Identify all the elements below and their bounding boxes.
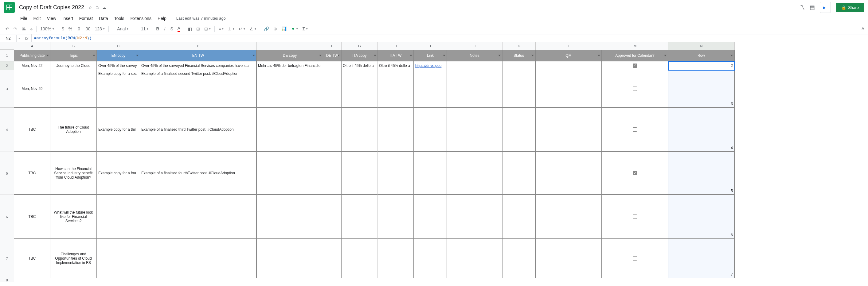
checkbox-icon[interactable] xyxy=(633,64,637,68)
filter-icon[interactable] xyxy=(252,55,255,56)
cell[interactable] xyxy=(342,239,378,278)
cell[interactable]: Mon, Nov 29 xyxy=(14,70,50,108)
cell[interactable]: Example copy for a fou xyxy=(97,152,140,195)
move-icon[interactable]: 🗀 xyxy=(95,5,99,10)
cell[interactable] xyxy=(342,70,378,108)
filter-icon[interactable] xyxy=(443,55,445,56)
header-de-tw[interactable]: DE TW xyxy=(323,50,342,61)
cell[interactable] xyxy=(257,195,323,239)
wrap-button[interactable]: ↵ xyxy=(237,25,247,33)
cell[interactable] xyxy=(257,108,323,152)
redo-button[interactable]: ↷ xyxy=(12,25,19,33)
cell[interactable] xyxy=(378,108,414,152)
rotate-button[interactable]: ∠ xyxy=(248,25,258,33)
print-button[interactable]: 🖶 xyxy=(20,25,28,33)
comment-history-icon[interactable]: ▤ xyxy=(810,4,815,11)
header-ita-tw[interactable]: ITA TW xyxy=(378,50,414,61)
header-publishing-date[interactable]: Publishing date xyxy=(14,50,50,61)
filter-icon[interactable] xyxy=(531,55,534,56)
cell[interactable]: Example of a finalised second Twitter po… xyxy=(140,70,257,108)
filter-icon[interactable] xyxy=(374,55,376,56)
dec-decrease-button[interactable]: .0 xyxy=(75,25,82,33)
currency-button[interactable]: $ xyxy=(60,25,66,33)
cell-checkbox[interactable] xyxy=(602,108,669,152)
cell[interactable] xyxy=(378,239,414,278)
checkbox-icon[interactable] xyxy=(633,171,637,175)
meet-button[interactable]: ▶⁺ xyxy=(820,2,831,13)
filter-icon[interactable] xyxy=(664,55,666,56)
col-header-L[interactable]: L xyxy=(536,42,602,50)
cell[interactable] xyxy=(447,70,502,108)
cell[interactable] xyxy=(447,61,502,70)
filter-icon[interactable] xyxy=(731,55,733,56)
menu-extensions[interactable]: Extensions xyxy=(128,15,154,22)
cell[interactable] xyxy=(140,239,257,278)
cell[interactable]: Example of a finalised fourthTwitter pos… xyxy=(140,152,257,195)
cell[interactable] xyxy=(447,108,502,152)
filter-icon[interactable] xyxy=(319,55,321,56)
row-header-8[interactable]: 8 xyxy=(0,278,14,282)
col-header-G[interactable]: G xyxy=(342,42,378,50)
last-edit[interactable]: Last edit was 7 minutes ago xyxy=(174,15,228,22)
font-select[interactable]: Arial xyxy=(111,25,135,33)
doc-title[interactable]: Copy of Draft Copies 2022 xyxy=(17,4,86,11)
cell[interactable]: Over 45% of the survey xyxy=(97,61,140,70)
fill-color-button[interactable]: ◧ xyxy=(186,25,194,33)
cell[interactable] xyxy=(342,152,378,195)
cell[interactable]: 4 xyxy=(669,108,735,152)
link-button[interactable]: 🔗 xyxy=(262,25,271,33)
bold-button[interactable]: B xyxy=(154,25,161,33)
name-box[interactable]: N2 xyxy=(0,35,17,42)
cell[interactable] xyxy=(323,61,342,70)
undo-button[interactable]: ↶ xyxy=(4,25,11,33)
cell[interactable]: TBC xyxy=(14,108,50,152)
header-approved[interactable]: Approved for Calendar? xyxy=(602,50,669,61)
formula-input[interactable]: =arrayformula(ROW(N2:N)) xyxy=(32,35,868,42)
strike-button[interactable]: S xyxy=(168,25,175,33)
cell[interactable]: Oltre il 45% delle a xyxy=(342,61,378,70)
filter-icon[interactable] xyxy=(93,55,95,56)
menu-data[interactable]: Data xyxy=(96,15,111,22)
zoom-select[interactable]: 100% xyxy=(38,25,56,33)
number-format-select[interactable]: 123 xyxy=(93,25,106,33)
cell[interactable] xyxy=(536,152,602,195)
paint-format-button[interactable]: ⟐ xyxy=(28,25,34,33)
row-header-1[interactable]: 1 xyxy=(0,50,14,61)
cell-active[interactable]: 2 xyxy=(669,61,735,70)
filter-icon[interactable] xyxy=(46,55,49,56)
halign-button[interactable]: ≡ xyxy=(217,25,225,33)
col-header-F[interactable]: F xyxy=(323,42,342,50)
cell[interactable] xyxy=(414,152,447,195)
cell[interactable] xyxy=(502,195,536,239)
cell[interactable] xyxy=(257,239,323,278)
filter-icon[interactable] xyxy=(598,55,600,56)
cloud-icon[interactable]: ☁ xyxy=(102,5,106,10)
header-notes[interactable]: Notes xyxy=(447,50,502,61)
header-en-tw[interactable]: EN TW xyxy=(140,50,257,61)
col-header-E[interactable]: E xyxy=(257,42,323,50)
col-header-B[interactable]: B xyxy=(50,42,97,50)
menu-format[interactable]: Format xyxy=(77,15,95,22)
comment-button[interactable]: ⊕ xyxy=(272,25,279,33)
cell[interactable] xyxy=(502,70,536,108)
activity-icon[interactable]: 〽 xyxy=(799,4,805,11)
cell[interactable] xyxy=(536,195,602,239)
italic-button[interactable]: I xyxy=(162,25,168,33)
cell[interactable]: Over 45% of the surveyed Financial Servi… xyxy=(140,61,257,70)
cell[interactable]: 3 xyxy=(669,70,735,108)
cell[interactable]: Challenges and Opportunities of Cloud Im… xyxy=(50,239,97,278)
col-header-K[interactable]: K xyxy=(502,42,536,50)
cell[interactable] xyxy=(502,108,536,152)
row-header-7[interactable]: 7 xyxy=(0,239,14,278)
col-header-J[interactable]: J xyxy=(447,42,502,50)
cell[interactable]: TBC xyxy=(14,195,50,239)
menu-edit[interactable]: Edit xyxy=(31,15,43,22)
header-de-copy[interactable]: DE copy xyxy=(257,50,323,61)
col-header-M[interactable]: M xyxy=(602,42,669,50)
cell[interactable]: Example copy for a thir xyxy=(97,108,140,152)
chart-button[interactable]: 📊 xyxy=(279,25,288,33)
header-en-copy[interactable]: EN copy xyxy=(97,50,140,61)
share-button[interactable]: 🔒 Share xyxy=(836,3,864,12)
menu-file[interactable]: File xyxy=(18,15,30,22)
cell[interactable] xyxy=(502,239,536,278)
